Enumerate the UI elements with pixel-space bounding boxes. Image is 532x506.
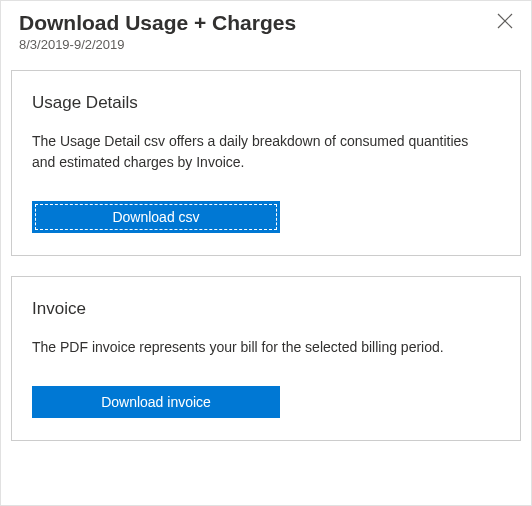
download-invoice-button[interactable]: Download invoice [32, 386, 280, 418]
download-usage-charges-panel: Download Usage + Charges 8/3/2019-9/2/20… [0, 0, 532, 506]
panel-header: Download Usage + Charges [11, 9, 521, 36]
close-icon [497, 17, 513, 32]
invoice-card: Invoice The PDF invoice represents your … [11, 276, 521, 441]
invoice-description: The PDF invoice represents your bill for… [32, 337, 492, 358]
usage-details-title: Usage Details [32, 93, 500, 113]
invoice-title: Invoice [32, 299, 500, 319]
close-button[interactable] [493, 9, 517, 33]
download-csv-button[interactable]: Download csv [32, 201, 280, 233]
usage-details-description: The Usage Detail csv offers a daily brea… [32, 131, 492, 173]
panel-title: Download Usage + Charges [19, 9, 296, 36]
date-range: 8/3/2019-9/2/2019 [19, 36, 521, 54]
usage-details-card: Usage Details The Usage Detail csv offer… [11, 70, 521, 256]
